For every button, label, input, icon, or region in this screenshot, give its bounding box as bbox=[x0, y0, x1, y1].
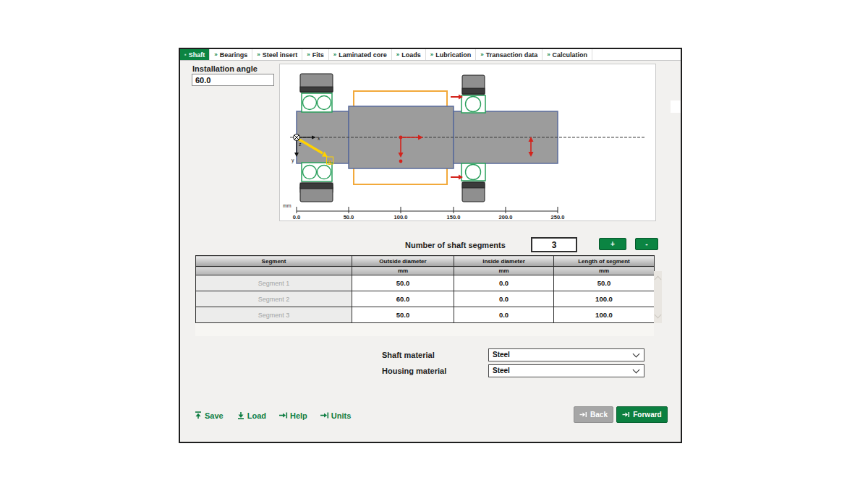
ruler-tick-label: 100.0 bbox=[394, 214, 408, 221]
goto-arrow-icon bbox=[320, 411, 329, 420]
col-header-inside-diameter: Inside diameter bbox=[454, 256, 554, 267]
remove-segment-button[interactable]: - bbox=[635, 238, 658, 250]
tab-label: Transaction data bbox=[486, 51, 538, 59]
table-row: Segment 3 50.0 0.0 100.0 bbox=[196, 307, 655, 323]
ruler-unit-label: mm bbox=[283, 203, 292, 208]
installation-angle-input[interactable] bbox=[192, 74, 274, 86]
segment-name-cell: Segment 3 bbox=[196, 307, 352, 323]
back-arrow-icon bbox=[579, 411, 587, 419]
length-cell[interactable]: 100.0 bbox=[554, 291, 655, 307]
tab-laminated-core[interactable]: » Laminated core bbox=[329, 49, 392, 60]
ruler-tick-label: 200.0 bbox=[499, 214, 513, 221]
tab-calculation[interactable]: » Calculation bbox=[542, 49, 592, 60]
tab-label: Fits bbox=[312, 51, 324, 59]
back-button[interactable]: Back bbox=[574, 406, 613, 423]
unit-cell bbox=[196, 267, 352, 275]
table-row: Segment 2 60.0 0.0 100.0 bbox=[196, 291, 655, 307]
installation-angle-label: Installation angle bbox=[192, 64, 258, 73]
right-edge-marker bbox=[671, 100, 681, 113]
tab-marker-icon: » bbox=[307, 51, 310, 58]
col-header-length: Length of segment bbox=[554, 256, 655, 267]
units-button[interactable]: Units bbox=[320, 411, 352, 420]
outside-diameter-cell[interactable]: 50.0 bbox=[352, 307, 454, 323]
tab-marker-icon: » bbox=[257, 51, 260, 58]
save-label: Save bbox=[205, 411, 224, 420]
inside-diameter-cell[interactable]: 0.0 bbox=[454, 291, 554, 307]
tab-label: Bearings bbox=[220, 51, 248, 59]
z-axis-label: z bbox=[299, 142, 302, 147]
tab-bar: ▪ Shaft » Bearings » Steel insert » Fits… bbox=[180, 49, 681, 61]
shaft-drawing-canvas: g x y z mm 0.0 50.0 bbox=[279, 64, 656, 221]
save-button[interactable]: Save bbox=[193, 411, 224, 420]
tab-loads[interactable]: » Loads bbox=[392, 49, 426, 60]
segment-name-cell: Segment 2 bbox=[196, 291, 352, 307]
tab-label: Shaft bbox=[189, 51, 205, 59]
load-icon bbox=[236, 411, 245, 420]
tab-marker-icon: ▪ bbox=[184, 51, 187, 58]
segment-name-cell: Segment 1 bbox=[196, 275, 352, 291]
tab-marker-icon: » bbox=[333, 51, 336, 58]
footer-links: Save Load Help Units bbox=[193, 411, 351, 420]
back-label: Back bbox=[590, 411, 608, 419]
tab-transaction-data[interactable]: » Transaction data bbox=[476, 49, 542, 60]
ruler-tick-label: 250.0 bbox=[551, 214, 565, 221]
tab-bearings[interactable]: » Bearings bbox=[210, 49, 252, 60]
tab-marker-icon: » bbox=[214, 51, 217, 58]
unit-cell: mm bbox=[352, 267, 454, 275]
help-button[interactable]: Help bbox=[278, 411, 307, 420]
inside-diameter-cell[interactable]: 0.0 bbox=[454, 275, 554, 291]
gravity-label: g bbox=[328, 158, 332, 165]
tab-fits[interactable]: » Fits bbox=[302, 49, 328, 60]
forward-label: Forward bbox=[633, 411, 661, 419]
tab-label: Lubrication bbox=[435, 51, 471, 59]
tab-marker-icon: » bbox=[480, 51, 483, 58]
ruler-tick-label: 50.0 bbox=[344, 214, 354, 221]
housing-material-select[interactable]: Steel bbox=[488, 364, 644, 377]
load-button[interactable]: Load bbox=[236, 411, 266, 420]
app-window: ▪ Shaft » Bearings » Steel insert » Fits… bbox=[179, 48, 682, 443]
col-header-segment: Segment bbox=[196, 256, 352, 267]
ruler-tick-label: 0.0 bbox=[293, 214, 300, 221]
y-axis-label: y bbox=[292, 158, 294, 163]
shaft-material-select[interactable]: Steel bbox=[488, 348, 644, 361]
length-cell[interactable]: 100.0 bbox=[554, 307, 655, 323]
units-label: Units bbox=[331, 411, 352, 420]
tab-label: Loads bbox=[401, 51, 421, 59]
tab-lubrication[interactable]: » Lubrication bbox=[426, 49, 476, 60]
tab-marker-icon: » bbox=[396, 51, 399, 58]
inside-diameter-cell[interactable]: 0.0 bbox=[454, 307, 554, 323]
length-cell[interactable]: 50.0 bbox=[554, 275, 655, 291]
scroll-down-icon[interactable] bbox=[655, 312, 662, 319]
scroll-up-icon[interactable] bbox=[655, 276, 662, 283]
outside-diameter-cell[interactable]: 60.0 bbox=[352, 291, 454, 307]
save-icon bbox=[193, 411, 203, 420]
load-label: Load bbox=[247, 411, 266, 420]
table-row: Segment 1 50.0 0.0 50.0 bbox=[196, 275, 655, 291]
shaft-material-label: Shaft material bbox=[382, 351, 435, 359]
outside-diameter-cell[interactable]: 50.0 bbox=[352, 275, 454, 291]
unit-cell: mm bbox=[554, 267, 655, 275]
col-header-outside-diameter: Outside diameter bbox=[352, 256, 454, 267]
ruler-tick-label: 150.0 bbox=[447, 214, 461, 221]
forward-arrow-icon bbox=[622, 411, 630, 419]
segment-table: Segment Outside diameter Inside diameter… bbox=[195, 255, 655, 323]
help-label: Help bbox=[290, 411, 307, 420]
segment-count-input[interactable] bbox=[531, 237, 577, 252]
tab-marker-icon: » bbox=[430, 51, 433, 58]
chevron-down-icon bbox=[633, 351, 640, 358]
tab-steel-insert[interactable]: » Steel insert bbox=[252, 49, 302, 60]
forward-button[interactable]: Forward bbox=[616, 406, 668, 423]
table-scrollbar[interactable] bbox=[654, 271, 662, 323]
table-header-row: Segment Outside diameter Inside diameter… bbox=[196, 256, 655, 267]
chevron-down-icon bbox=[633, 367, 640, 374]
goto-arrow-icon bbox=[278, 411, 288, 420]
ruler: mm 0.0 50.0 100.0 150.0 200.0 250.0 bbox=[283, 203, 564, 221]
shaft-drawing: g x y z mm 0.0 50.0 bbox=[280, 64, 655, 221]
tab-shaft[interactable]: ▪ Shaft bbox=[180, 49, 210, 60]
tab-label: Steel insert bbox=[263, 51, 298, 59]
segment-count-label: Number of shaft segments bbox=[405, 241, 506, 249]
x-axis-label: x bbox=[318, 136, 320, 141]
tab-label: Calculation bbox=[553, 51, 588, 59]
tab-label: Laminated core bbox=[339, 51, 387, 59]
add-segment-button[interactable]: + bbox=[599, 238, 626, 250]
